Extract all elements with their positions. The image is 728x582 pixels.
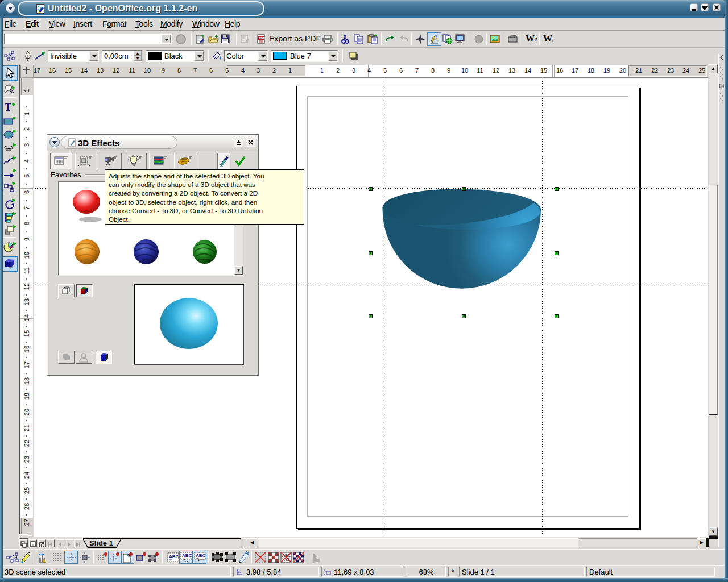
svg-text:ABC: ABC: [169, 554, 179, 559]
svg-text:PDF: PDF: [259, 36, 264, 40]
svg-text:ABC: ABC: [182, 553, 192, 558]
svg-text:ABC: ABC: [196, 553, 206, 558]
svg-text:T: T: [5, 102, 11, 113]
